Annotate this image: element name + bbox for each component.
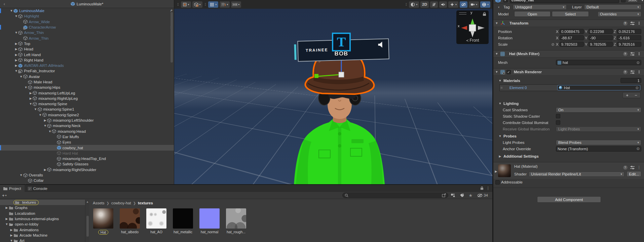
search-field[interactable] bbox=[342, 193, 448, 198]
hierarchy-row-mixamorig-head[interactable]: ▼mixamorig:Head bbox=[0, 129, 174, 134]
scale-y-field[interactable]: 9.782505 bbox=[589, 42, 613, 47]
foldout-arrow[interactable]: ▶ bbox=[5, 217, 9, 220]
add-material-button[interactable]: + bbox=[623, 92, 632, 98]
scale-x-field[interactable]: 9.782503 bbox=[560, 42, 584, 47]
tab-project[interactable]: Project bbox=[0, 185, 25, 192]
help-icon[interactable]: ? bbox=[623, 70, 628, 74]
hierarchy-row-arrow-thin[interactable]: Arrow_Thin bbox=[0, 35, 174, 41]
hierarchy-row-head[interactable]: ▶Head bbox=[0, 46, 174, 52]
foldout-arrow[interactable]: ▶ bbox=[9, 234, 13, 237]
hierarchy-row-left-hand[interactable]: ▶Left Hand bbox=[0, 52, 174, 57]
foldout-arrow[interactable]: ▶ bbox=[14, 64, 18, 67]
material-header[interactable]: ▶ Hat (Material) ? ⋮ Shader Universal Re… bbox=[493, 162, 644, 179]
anchor-override-field[interactable]: None (Transform)⊙ bbox=[556, 146, 641, 152]
tool-handle-icon[interactable]: ⁞⁞ bbox=[405, 3, 408, 6]
search-by-label-icon[interactable] bbox=[457, 194, 466, 197]
hierarchy-row-hard-hat[interactable]: Hard Hat bbox=[0, 151, 174, 156]
hierarchy-row-ear-muffs[interactable]: Ear Muffs bbox=[0, 134, 174, 139]
asset-thumbnail[interactable] bbox=[120, 208, 140, 229]
static-shadow-caster-checkbox[interactable] bbox=[556, 114, 560, 118]
foldout-arrow[interactable]: ▼ bbox=[29, 102, 33, 106]
hierarchy-row-highlight[interactable]: ▼Highlight bbox=[0, 13, 174, 19]
grid-visibility-button[interactable]: ▾ bbox=[220, 1, 230, 8]
foldout-arrow[interactable]: ▼ bbox=[495, 22, 499, 25]
rotation-x-field[interactable]: -88.67 bbox=[560, 35, 584, 40]
orientation-gizmo[interactable]: y x ≺ Front bbox=[456, 10, 489, 44]
lighting-foldout[interactable]: ▼ bbox=[498, 102, 502, 105]
snap-increment-button[interactable]: ▾ bbox=[231, 1, 241, 8]
foldout-arrow[interactable]: ▼ bbox=[495, 70, 499, 74]
component-enabled-checkbox[interactable]: ✓ bbox=[506, 70, 511, 74]
foldout-arrow[interactable]: ▼ bbox=[19, 173, 23, 177]
button-2D[interactable]: 2D bbox=[420, 1, 429, 8]
hierarchy-row-mixamorig-hips[interactable]: ▼mixamorig:Hips bbox=[0, 85, 174, 90]
asset-thumbnail[interactable] bbox=[173, 208, 193, 229]
material-foldout[interactable]: ▶ bbox=[494, 170, 498, 173]
static-dropdown[interactable]: ▾ bbox=[639, 0, 644, 3]
kebab-menu-icon[interactable]: ⋮ bbox=[486, 186, 491, 191]
project-folder-localization[interactable]: Localization bbox=[0, 211, 85, 216]
hierarchy-row-luminousmale[interactable]: ▼LuminousMale› bbox=[0, 8, 174, 13]
chevron-down-icon[interactable]: ▾ bbox=[199, 3, 201, 6]
foldout-arrow[interactable]: ▶ bbox=[14, 42, 18, 45]
hierarchy-row-mixamorig-spine1[interactable]: ▼mixamorig:Spine1 bbox=[0, 107, 174, 112]
gizmos-button[interactable]: ▾ bbox=[480, 1, 490, 8]
foldout-arrow[interactable]: ▶ bbox=[5, 206, 9, 209]
create-asset-button[interactable]: +▾ bbox=[2, 193, 7, 198]
object-picker-icon[interactable]: ⊙ bbox=[637, 61, 640, 65]
foldout-arrow[interactable]: ▶ bbox=[43, 119, 47, 122]
effects-button[interactable]: ▾ bbox=[448, 1, 458, 8]
orientation-mode-button[interactable]: ▾ bbox=[192, 1, 202, 8]
gizmo-right-axis[interactable] bbox=[478, 26, 485, 30]
chevron-down-icon[interactable]: ▾ bbox=[188, 3, 189, 6]
scene-viewport[interactable]: TRAINEE T BOB bbox=[174, 9, 492, 184]
kebab-menu-icon[interactable]: ⋮ bbox=[637, 70, 642, 74]
mesh-filter-header[interactable]: ▼ Hat (Mesh Filter) ? ⋮ bbox=[493, 50, 644, 57]
hierarchy-row-characterarrow[interactable]: CharacterArrow› bbox=[0, 25, 174, 30]
element0-object-field[interactable]: Hat ⊙ bbox=[557, 85, 640, 90]
chevron-down-icon[interactable]: ▾ bbox=[238, 3, 239, 6]
materials-foldout[interactable]: ▼ bbox=[498, 79, 502, 82]
foldout-arrow[interactable]: ▼ bbox=[9, 239, 13, 242]
hierarchy-row-safety-glasses[interactable]: Safety Glasses bbox=[0, 161, 174, 167]
asset-hat-normal[interactable]: hat_normal bbox=[199, 208, 220, 235]
asset-hat-metallic[interactable]: hat_metallic bbox=[173, 208, 193, 235]
presets-icon[interactable] bbox=[630, 22, 635, 25]
rotation-y-field[interactable]: -90 bbox=[589, 35, 613, 40]
scrollbar-thumb[interactable] bbox=[86, 216, 89, 237]
asset-thumbnail[interactable] bbox=[93, 208, 113, 229]
hierarchy-row-mixamorig-leftshoulder[interactable]: ▶mixamorig:LeftShoulder bbox=[0, 118, 174, 123]
hierarchy-row-top[interactable]: ▶Top bbox=[0, 41, 174, 46]
constrain-proportions-icon[interactable]: ⊘ bbox=[551, 42, 555, 47]
chevron-down-icon[interactable]: ▾ bbox=[215, 3, 217, 6]
hierarchy-row-mixamorig-spine[interactable]: ▼mixamorig:Spine bbox=[0, 101, 174, 107]
foldout-arrow[interactable]: ▶ bbox=[9, 228, 13, 232]
search-input[interactable] bbox=[350, 193, 441, 197]
project-folder-art[interactable]: ▼Art bbox=[0, 238, 85, 242]
gizmo-x-handle[interactable] bbox=[314, 74, 318, 78]
hierarchy-row-cowboy-hat[interactable]: cowboy_hat bbox=[0, 145, 174, 150]
mesh-renderer-header[interactable]: ▼ ✓ Mesh Renderer ? ⋮ bbox=[493, 68, 644, 76]
chevron-down-icon[interactable]: ▾ bbox=[455, 3, 457, 6]
foldout-arrow[interactable]: ▶ bbox=[14, 58, 18, 62]
addressable-checkbox[interactable] bbox=[495, 180, 500, 185]
scroll-up-arrow[interactable]: ▲ bbox=[169, 8, 174, 11]
gizmo-center-handle[interactable] bbox=[339, 72, 344, 77]
foldout-arrow[interactable]: ▼ bbox=[5, 223, 9, 226]
drag-handle-icon[interactable]: = bbox=[500, 86, 503, 90]
hierarchy-row-prefab-instructor[interactable]: ▼PreFab_Instructor bbox=[0, 68, 174, 74]
contribute-gi-checkbox[interactable] bbox=[556, 120, 560, 125]
foldout-arrow[interactable]: ▼ bbox=[495, 52, 499, 55]
scene-audio-button[interactable] bbox=[439, 1, 447, 8]
kebab-menu-icon[interactable]: ⋮ bbox=[637, 51, 642, 56]
foldout-arrow[interactable]: ▶ bbox=[43, 168, 47, 171]
asset-thumbnail[interactable] bbox=[146, 208, 166, 229]
foldout-arrow[interactable]: ▼ bbox=[24, 86, 28, 89]
additional-settings-foldout[interactable]: ▶ bbox=[498, 155, 502, 158]
position-y-field[interactable]: 0.22298 bbox=[589, 29, 613, 34]
model-open-button[interactable]: Open bbox=[514, 11, 551, 17]
gizmo-menu-icon[interactable] bbox=[459, 12, 466, 14]
chevron-down-icon[interactable]: ▾ bbox=[487, 3, 489, 6]
lock-icon[interactable] bbox=[480, 186, 484, 190]
model-select-button[interactable]: Select bbox=[552, 11, 589, 17]
